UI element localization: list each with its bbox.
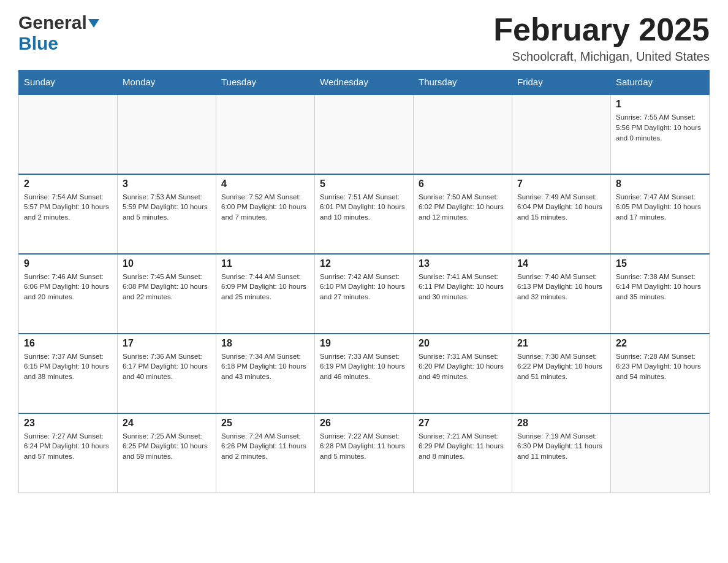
calendar-cell: 12Sunrise: 7:42 AM Sunset: 6:10 PM Dayli…	[315, 254, 414, 334]
logo-blue-text: Blue	[18, 33, 58, 54]
calendar-cell	[512, 94, 611, 174]
page-header: General Blue February 2025 Schoolcraft, …	[18, 12, 710, 64]
calendar-cell: 9Sunrise: 7:46 AM Sunset: 6:06 PM Daylig…	[19, 254, 118, 334]
calendar-cell: 28Sunrise: 7:19 AM Sunset: 6:30 PM Dayli…	[512, 413, 611, 493]
day-info: Sunrise: 7:53 AM Sunset: 5:59 PM Dayligh…	[123, 192, 211, 223]
calendar-cell: 26Sunrise: 7:22 AM Sunset: 6:28 PM Dayli…	[315, 413, 414, 493]
calendar-week-row: 1Sunrise: 7:55 AM Sunset: 5:56 PM Daylig…	[19, 94, 710, 174]
day-info: Sunrise: 7:41 AM Sunset: 6:11 PM Dayligh…	[419, 272, 507, 302]
weekday-header-saturday: Saturday	[611, 71, 710, 94]
day-number: 15	[616, 258, 704, 269]
calendar-cell: 10Sunrise: 7:45 AM Sunset: 6:08 PM Dayli…	[118, 254, 216, 334]
main-title: February 2025	[493, 12, 710, 47]
day-info: Sunrise: 7:49 AM Sunset: 6:04 PM Dayligh…	[517, 192, 605, 223]
day-number: 9	[24, 258, 112, 269]
day-info: Sunrise: 7:33 AM Sunset: 6:19 PM Dayligh…	[320, 351, 408, 382]
day-info: Sunrise: 7:19 AM Sunset: 6:30 PM Dayligh…	[517, 431, 605, 462]
day-info: Sunrise: 7:38 AM Sunset: 6:14 PM Dayligh…	[616, 272, 704, 302]
day-number: 13	[419, 258, 507, 269]
day-info: Sunrise: 7:27 AM Sunset: 6:24 PM Dayligh…	[24, 431, 112, 462]
day-number: 25	[221, 418, 309, 429]
day-number: 17	[123, 338, 211, 349]
day-info: Sunrise: 7:40 AM Sunset: 6:13 PM Dayligh…	[517, 272, 605, 302]
day-number: 1	[616, 99, 704, 110]
calendar-cell: 18Sunrise: 7:34 AM Sunset: 6:18 PM Dayli…	[216, 334, 315, 413]
calendar-cell: 20Sunrise: 7:31 AM Sunset: 6:20 PM Dayli…	[414, 334, 512, 413]
weekday-header-row: SundayMondayTuesdayWednesdayThursdayFrid…	[19, 71, 710, 94]
day-number: 22	[616, 338, 704, 349]
weekday-header-tuesday: Tuesday	[216, 71, 315, 94]
logo-triangle-icon	[88, 18, 99, 29]
day-number: 2	[24, 178, 112, 190]
day-number: 16	[24, 338, 112, 349]
calendar-cell	[414, 94, 512, 174]
logo: General Blue	[18, 12, 99, 54]
day-number: 12	[320, 258, 408, 269]
day-number: 3	[123, 178, 211, 190]
calendar-week-row: 23Sunrise: 7:27 AM Sunset: 6:24 PM Dayli…	[19, 413, 710, 493]
day-info: Sunrise: 7:47 AM Sunset: 6:05 PM Dayligh…	[616, 192, 704, 223]
calendar-week-row: 2Sunrise: 7:54 AM Sunset: 5:57 PM Daylig…	[19, 174, 710, 254]
calendar-cell: 17Sunrise: 7:36 AM Sunset: 6:17 PM Dayli…	[118, 334, 216, 413]
calendar-cell: 1Sunrise: 7:55 AM Sunset: 5:56 PM Daylig…	[611, 94, 710, 174]
calendar-cell: 5Sunrise: 7:51 AM Sunset: 6:01 PM Daylig…	[315, 174, 414, 254]
day-number: 6	[419, 178, 507, 190]
weekday-header-monday: Monday	[118, 71, 216, 94]
day-number: 10	[123, 258, 211, 269]
day-info: Sunrise: 7:54 AM Sunset: 5:57 PM Dayligh…	[24, 192, 112, 223]
day-info: Sunrise: 7:24 AM Sunset: 6:26 PM Dayligh…	[221, 431, 309, 462]
day-number: 14	[517, 258, 605, 269]
calendar-cell: 8Sunrise: 7:47 AM Sunset: 6:05 PM Daylig…	[611, 174, 710, 254]
day-number: 21	[517, 338, 605, 349]
calendar-cell	[611, 413, 710, 493]
calendar-cell: 7Sunrise: 7:49 AM Sunset: 6:04 PM Daylig…	[512, 174, 611, 254]
logo-general-text: General	[18, 12, 87, 33]
calendar-cell	[315, 94, 414, 174]
day-number: 19	[320, 338, 408, 349]
weekday-header-wednesday: Wednesday	[315, 71, 414, 94]
calendar-cell: 19Sunrise: 7:33 AM Sunset: 6:19 PM Dayli…	[315, 334, 414, 413]
day-info: Sunrise: 7:50 AM Sunset: 6:02 PM Dayligh…	[419, 192, 507, 223]
day-number: 18	[221, 338, 309, 349]
calendar-cell: 24Sunrise: 7:25 AM Sunset: 6:25 PM Dayli…	[118, 413, 216, 493]
calendar-cell: 14Sunrise: 7:40 AM Sunset: 6:13 PM Dayli…	[512, 254, 611, 334]
day-info: Sunrise: 7:28 AM Sunset: 6:23 PM Dayligh…	[616, 351, 704, 382]
calendar-week-row: 16Sunrise: 7:37 AM Sunset: 6:15 PM Dayli…	[19, 334, 710, 413]
weekday-header-sunday: Sunday	[19, 71, 118, 94]
day-info: Sunrise: 7:42 AM Sunset: 6:10 PM Dayligh…	[320, 272, 408, 302]
day-info: Sunrise: 7:31 AM Sunset: 6:20 PM Dayligh…	[419, 351, 507, 382]
day-number: 28	[517, 418, 605, 429]
calendar-cell: 23Sunrise: 7:27 AM Sunset: 6:24 PM Dayli…	[19, 413, 118, 493]
calendar-cell: 16Sunrise: 7:37 AM Sunset: 6:15 PM Dayli…	[19, 334, 118, 413]
calendar-cell: 27Sunrise: 7:21 AM Sunset: 6:29 PM Dayli…	[414, 413, 512, 493]
calendar-table: SundayMondayTuesdayWednesdayThursdayFrid…	[18, 70, 710, 493]
day-info: Sunrise: 7:37 AM Sunset: 6:15 PM Dayligh…	[24, 351, 112, 382]
calendar-cell: 11Sunrise: 7:44 AM Sunset: 6:09 PM Dayli…	[216, 254, 315, 334]
day-info: Sunrise: 7:34 AM Sunset: 6:18 PM Dayligh…	[221, 351, 309, 382]
calendar-cell: 6Sunrise: 7:50 AM Sunset: 6:02 PM Daylig…	[414, 174, 512, 254]
day-number: 26	[320, 418, 408, 429]
svg-marker-0	[88, 19, 99, 28]
day-number: 27	[419, 418, 507, 429]
calendar-cell: 13Sunrise: 7:41 AM Sunset: 6:11 PM Dayli…	[414, 254, 512, 334]
calendar-cell: 25Sunrise: 7:24 AM Sunset: 6:26 PM Dayli…	[216, 413, 315, 493]
weekday-header-friday: Friday	[512, 71, 611, 94]
day-number: 23	[24, 418, 112, 429]
day-info: Sunrise: 7:21 AM Sunset: 6:29 PM Dayligh…	[419, 431, 507, 462]
calendar-cell	[216, 94, 315, 174]
day-number: 5	[320, 178, 408, 190]
calendar-cell	[19, 94, 118, 174]
day-info: Sunrise: 7:51 AM Sunset: 6:01 PM Dayligh…	[320, 192, 408, 223]
day-info: Sunrise: 7:25 AM Sunset: 6:25 PM Dayligh…	[123, 431, 211, 462]
day-info: Sunrise: 7:44 AM Sunset: 6:09 PM Dayligh…	[221, 272, 309, 302]
title-section: February 2025 Schoolcraft, Michigan, Uni…	[493, 12, 710, 64]
day-number: 11	[221, 258, 309, 269]
calendar-week-row: 9Sunrise: 7:46 AM Sunset: 6:06 PM Daylig…	[19, 254, 710, 334]
calendar-cell: 22Sunrise: 7:28 AM Sunset: 6:23 PM Dayli…	[611, 334, 710, 413]
calendar-cell: 2Sunrise: 7:54 AM Sunset: 5:57 PM Daylig…	[19, 174, 118, 254]
day-number: 7	[517, 178, 605, 190]
calendar-cell: 21Sunrise: 7:30 AM Sunset: 6:22 PM Dayli…	[512, 334, 611, 413]
day-info: Sunrise: 7:46 AM Sunset: 6:06 PM Dayligh…	[24, 272, 112, 302]
day-info: Sunrise: 7:36 AM Sunset: 6:17 PM Dayligh…	[123, 351, 211, 382]
day-number: 24	[123, 418, 211, 429]
